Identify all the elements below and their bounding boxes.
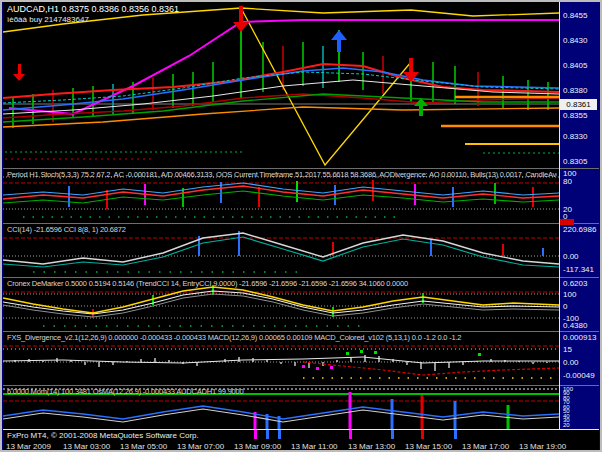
aqua-ma	[3, 72, 559, 103]
symbol-title: AUDCAD,H1 0.8375 0.8386 0.8356 0.8361	[7, 4, 179, 14]
momentum-panel[interactable]: 6.0000 Mom(14) 100.3481 OsMA(12,26,9) -0…	[3, 386, 559, 429]
price-axis-border	[559, 2, 560, 429]
signal-tick	[278, 430, 281, 439]
time-label: 13 Mar 09:00	[234, 442, 281, 451]
red-thick-ma	[3, 64, 559, 98]
signal-bars	[255, 392, 508, 429]
axis-tick: 220.6986	[563, 226, 596, 234]
stoch-main-line	[3, 186, 559, 199]
copyright-text: FxPro MT4, © 2001-2008 MetaQuotes Softwa…	[7, 431, 199, 440]
signal-tick	[454, 430, 457, 439]
signal-tick	[254, 430, 257, 439]
time-label: 13 Mar 19:00	[519, 442, 566, 451]
axis-tick: 0	[563, 303, 567, 311]
cci-panel[interactable]: CCI(14) -21.6596 CCI 8(8, 1) 20.6872	[3, 224, 559, 277]
cci8-line	[3, 237, 559, 267]
cci-label: CCI(14) -21.6596 CCI 8(8, 1) 20.6872	[7, 225, 557, 234]
momentum-label: 6.0000 Mom(14) 100.3481 OsMA(12,26,9) -0…	[7, 387, 557, 396]
mt4-chart-window: AUDCAD,H1 0.8375 0.8386 0.8356 0.8361 ìè…	[0, 0, 602, 452]
buy-signal-arrow-icon	[331, 30, 347, 52]
axis-tick: 0.00	[563, 359, 579, 367]
axis-tick: 15	[563, 346, 572, 354]
axis-tick: 0.00	[563, 253, 579, 261]
signal-tick	[421, 430, 424, 439]
axis-tick: 0.8430	[563, 37, 587, 45]
divergence-bars	[69, 180, 533, 209]
current-price-box: 0.8361	[560, 99, 597, 110]
stochastic-panel[interactable]: Period H1 Stoch(5,3,3) 75.2 67.2, AC -0.…	[3, 169, 559, 223]
red-dashed-divergence	[303, 362, 559, 375]
time-label: 13 Mar 05:00	[120, 442, 167, 451]
time-label: 13 Mar 17:00	[462, 442, 509, 451]
sell-dots	[302, 365, 333, 370]
zigzag-diagonal-line	[241, 8, 411, 165]
order-info: ìèõàà buy 2147483647	[7, 15, 89, 24]
momentum-silver-line	[3, 409, 559, 422]
axis-tick: -0.00049	[563, 372, 595, 380]
axis-tick: 0.8355	[563, 112, 587, 120]
buy-dots	[346, 350, 481, 356]
axis-tick: 0.8305	[563, 158, 587, 166]
sell-signal-arrow-small-icon	[13, 64, 25, 81]
demarker-label: Cronex DeMarker 0.5000 0.5194 0.5146 (Tr…	[7, 279, 557, 288]
axis-tick: 0.8455	[563, 12, 587, 20]
axis-tick: 0.8405	[563, 62, 587, 70]
axis-tick: 0.6203	[563, 280, 587, 288]
time-axis[interactable]: 13 Mar 2009 13 Mar 03:00 13 Mar 05:00 13…	[3, 441, 599, 452]
time-label: 13 Mar 03:00	[63, 442, 110, 451]
axis-tick: 0.000913	[563, 334, 596, 342]
macd-panel[interactable]: FXS_Divergence_v2.1(12,26,9) 0.000000 -0…	[3, 332, 559, 385]
macd-histogram	[15, 355, 547, 371]
time-label: 13 Mar 2009	[6, 442, 51, 451]
time-label: 13 Mar 13:00	[348, 442, 395, 451]
signal-tick	[349, 430, 352, 439]
axis-tick: 80	[563, 178, 572, 186]
demarker-panel[interactable]: Cronex DeMarker 0.5000 0.5194 0.5146 (Tr…	[3, 278, 559, 331]
time-label: 13 Mar 11:00	[291, 442, 338, 451]
main-chart-canvas	[3, 2, 559, 168]
axis-tick: 20	[563, 423, 570, 428]
time-label: 13 Mar 15:00	[405, 442, 452, 451]
time-label: 13 Mar 07:00	[177, 442, 224, 451]
demarker-white-line	[3, 291, 559, 314]
axis-tick: 0.4380	[563, 322, 587, 330]
axis-tick: 0.8380	[563, 87, 587, 95]
signal-tick	[391, 430, 394, 439]
signal-tick	[266, 430, 269, 439]
axis-tick: -117.341	[563, 266, 594, 274]
macd-label: FXS_Divergence_v2.1(12,26,9) 0.000000 -0…	[7, 333, 557, 342]
stochastic-label: Period H1 Stoch(5,3,3) 75.2 67.2, AC -0.…	[7, 170, 557, 179]
main-chart-panel[interactable]: AUDCAD,H1 0.8375 0.8386 0.8356 0.8361 ìè…	[3, 2, 559, 168]
buy-signal-arrow-green-icon	[414, 98, 428, 116]
stoch-blue-line	[3, 183, 559, 195]
axis-tick: 0.8330	[563, 133, 587, 141]
axis-tick: 100	[563, 291, 576, 299]
time-axis-tick-strip[interactable]: FxPro MT4, © 2001-2008 MetaQuotes Softwa…	[3, 430, 599, 441]
